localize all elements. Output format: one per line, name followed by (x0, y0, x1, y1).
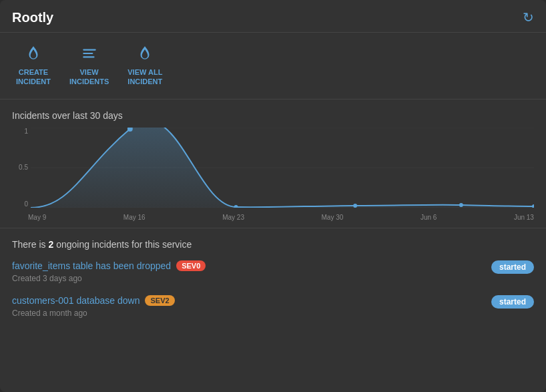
svg-rect-0 (83, 49, 96, 51)
svg-rect-1 (83, 53, 93, 54)
x-label-may9: May 9 (28, 214, 46, 221)
x-label-may16: May 16 (123, 214, 146, 221)
summary-post: ongoing incidents for this service (53, 239, 192, 250)
view-incidents-label: VIEWINCIDENTS (69, 67, 109, 87)
incident-item-2: customers-001 database down SEV2 Created… (12, 295, 534, 318)
incidents-summary: There is 2 ongoing incidents for this se… (12, 239, 534, 250)
view-incidents-button[interactable]: VIEWINCIDENTS (60, 42, 118, 89)
incident-title-row-2: customers-001 database down SEV2 (12, 295, 175, 306)
incident-meta-2: Created a month ago (12, 309, 175, 318)
chart-section: Incidents over last 30 days 1 0.5 0 (0, 100, 546, 228)
header: Rootly ↻ (0, 0, 546, 33)
summary-pre: There is (12, 239, 48, 250)
y-axis-labels: 1 0.5 0 (12, 128, 28, 208)
incidents-section: There is 2 ongoing incidents for this se… (0, 228, 546, 392)
fire-icon-view-all (136, 45, 154, 65)
view-all-incident-button[interactable]: VIEW ALLINCIDENT (118, 42, 172, 89)
y-label-0: 0 (12, 200, 28, 208)
actions-row: CREATEINCIDENT VIEWINCIDENTS VIEW ALLINC… (0, 33, 546, 100)
started-badge-1[interactable]: started (491, 260, 534, 274)
x-label-jun13: Jun 13 (514, 214, 534, 221)
y-label-1: 1 (12, 128, 28, 135)
x-axis-labels: May 9 May 16 May 23 May 30 Jun 6 Jun 13 (28, 214, 534, 221)
y-label-05: 0.5 (12, 164, 28, 171)
incident-link-1[interactable]: favorite_items table has been dropped (12, 260, 171, 271)
sev-badge-2: SEV2 (145, 295, 174, 306)
fire-icon-create (25, 45, 42, 65)
svg-rect-2 (83, 56, 94, 57)
incident-meta-1: Created 3 days ago (12, 274, 206, 283)
view-all-incident-label: VIEW ALLINCIDENT (127, 67, 162, 87)
app-title: Rootly (12, 10, 53, 25)
started-badge-2[interactable]: started (491, 295, 534, 309)
svg-point-8 (353, 204, 357, 208)
incident-left-2: customers-001 database down SEV2 Created… (12, 295, 175, 318)
incident-link-2[interactable]: customers-001 database down (12, 295, 140, 306)
x-label-may30: May 30 (322, 214, 344, 221)
list-icon (81, 45, 98, 65)
chart-area: 1 0.5 0 (12, 128, 534, 221)
refresh-icon[interactable]: ↻ (523, 9, 534, 25)
incident-row-1: favorite_items table has been dropped SE… (12, 260, 534, 283)
create-incident-label: CREATEINCIDENT (16, 67, 51, 87)
create-incident-button[interactable]: CREATEINCIDENT (7, 42, 60, 89)
incident-item-1: favorite_items table has been dropped SE… (12, 260, 534, 283)
app-container: Rootly ↻ CREATEINCIDENT VIEWINCIDENTS (0, 0, 546, 392)
svg-point-7 (234, 205, 238, 208)
chart-title: Incidents over last 30 days (12, 110, 534, 121)
line-chart-svg (31, 128, 534, 208)
incident-left-1: favorite_items table has been dropped SE… (12, 260, 206, 283)
incident-row-2: customers-001 database down SEV2 Created… (12, 295, 534, 318)
x-label-may23: May 23 (222, 214, 244, 221)
sev-badge-1: SEV0 (176, 260, 206, 271)
svg-point-10 (532, 204, 534, 208)
svg-point-9 (459, 203, 463, 207)
x-label-jun6: Jun 6 (421, 214, 437, 221)
incident-title-row-1: favorite_items table has been dropped SE… (12, 260, 206, 271)
